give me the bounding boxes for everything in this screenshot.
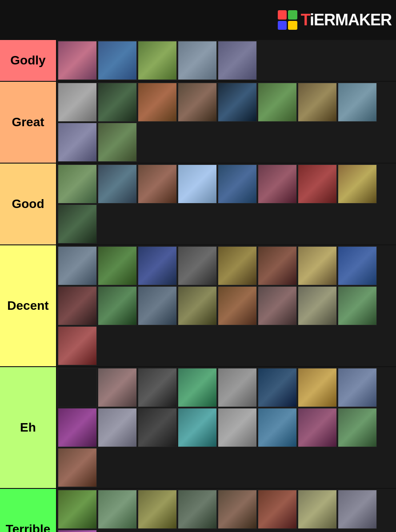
tier-row-good: Good [0, 164, 396, 245]
list-item[interactable] [298, 83, 337, 122]
list-item[interactable] [178, 164, 217, 204]
list-item[interactable] [338, 246, 377, 285]
list-item[interactable] [218, 490, 257, 529]
list-item[interactable] [258, 83, 297, 122]
list-item[interactable] [178, 286, 217, 325]
list-item[interactable] [138, 83, 177, 122]
list-item[interactable] [338, 286, 377, 325]
list-item[interactable] [58, 204, 97, 244]
list-item[interactable] [298, 368, 337, 407]
list-item[interactable] [218, 246, 257, 285]
header-right: TiERMAKER [57, 0, 396, 40]
list-item[interactable] [218, 368, 257, 407]
list-item[interactable] [98, 164, 137, 204]
logo-t: T [301, 11, 310, 29]
tier-content-decent [57, 245, 396, 366]
logo-cell-2 [288, 10, 297, 20]
list-item[interactable] [98, 41, 137, 80]
tier-label-godly: Godly [0, 40, 57, 81]
list-item[interactable] [98, 408, 137, 447]
list-item[interactable] [298, 246, 337, 285]
list-item[interactable] [98, 246, 137, 285]
list-item[interactable] [98, 123, 137, 162]
list-item[interactable] [138, 408, 177, 447]
list-item[interactable] [58, 83, 97, 122]
list-item[interactable] [58, 41, 97, 80]
logo-cell-1 [278, 10, 287, 20]
logo-text: TiERMAKER [301, 11, 392, 29]
list-item[interactable] [258, 286, 297, 325]
list-item[interactable] [258, 246, 297, 285]
list-item[interactable] [338, 164, 377, 204]
list-item[interactable] [258, 408, 297, 447]
list-item[interactable] [338, 490, 377, 529]
list-item[interactable] [138, 41, 177, 80]
list-item[interactable] [138, 164, 177, 204]
tiermaker-logo: TiERMAKER [278, 10, 392, 30]
list-item[interactable] [178, 408, 217, 447]
list-item[interactable] [338, 408, 377, 447]
tier-content-godly [57, 40, 396, 81]
list-item[interactable] [298, 164, 337, 204]
list-item[interactable] [178, 368, 217, 407]
list-item[interactable] [298, 286, 337, 325]
tier-row-terrible: Terrible [0, 489, 396, 532]
list-item[interactable] [218, 408, 257, 447]
logo-rest: iERMAKER [310, 11, 392, 29]
list-item[interactable] [58, 246, 97, 285]
list-item[interactable] [98, 368, 137, 407]
list-item[interactable] [58, 408, 97, 447]
list-item[interactable] [58, 490, 97, 529]
list-item[interactable] [218, 286, 257, 325]
list-item[interactable] [58, 286, 97, 325]
tier-row-great: Great [0, 82, 396, 164]
tier-label-good: Good [0, 164, 57, 244]
list-item[interactable] [338, 368, 377, 407]
tier-content-eh [57, 367, 396, 488]
list-item[interactable] [98, 83, 137, 122]
list-item[interactable] [218, 164, 257, 204]
list-item[interactable] [58, 530, 97, 532]
logo-cell-3 [278, 21, 287, 30]
list-item[interactable] [178, 41, 217, 80]
list-item[interactable] [258, 368, 297, 407]
list-item[interactable] [58, 326, 97, 365]
list-item[interactable] [138, 246, 177, 285]
list-item[interactable] [58, 164, 97, 204]
list-item[interactable] [258, 164, 297, 204]
list-item[interactable] [298, 490, 337, 529]
list-item[interactable] [178, 490, 217, 529]
logo-grid [278, 10, 297, 30]
list-item[interactable] [178, 83, 217, 122]
tier-label-great: Great [0, 82, 57, 163]
list-item[interactable] [138, 286, 177, 325]
list-item[interactable] [298, 408, 337, 447]
logo-cell-4 [288, 21, 297, 30]
tier-label-eh: Eh [0, 367, 57, 488]
tier-label-terrible: Terrible [0, 489, 57, 532]
header-left [0, 0, 57, 40]
list-item[interactable] [58, 368, 97, 407]
tier-row-eh: Eh [0, 367, 396, 489]
tier-content-great [57, 82, 396, 163]
list-item[interactable] [218, 41, 257, 80]
list-item[interactable] [98, 490, 137, 529]
tier-row-godly: Godly [0, 40, 396, 82]
list-item[interactable] [58, 123, 97, 162]
list-item[interactable] [338, 83, 377, 122]
list-item[interactable] [218, 83, 257, 122]
list-item[interactable] [98, 286, 137, 325]
list-item[interactable] [178, 246, 217, 285]
tier-content-terrible [57, 489, 396, 532]
list-item[interactable] [138, 490, 177, 529]
header: TiERMAKER [0, 0, 396, 40]
tier-label-decent: Decent [0, 245, 57, 366]
list-item[interactable] [258, 490, 297, 529]
tier-content-good [57, 164, 396, 244]
list-item[interactable] [138, 368, 177, 407]
tier-row-decent: Decent [0, 245, 396, 367]
list-item[interactable] [58, 448, 97, 487]
